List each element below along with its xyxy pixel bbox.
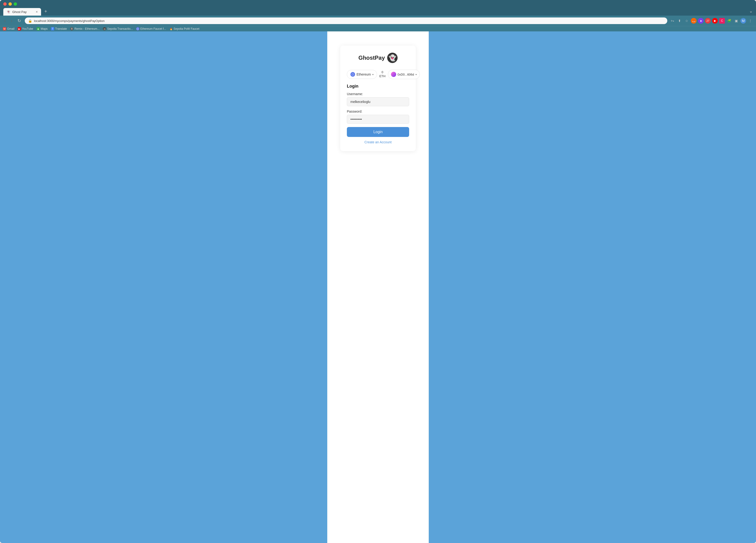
extension-icon-1[interactable]: 🦊: [691, 18, 697, 24]
bookmark-gmail[interactable]: M Gmail: [3, 27, 14, 30]
url-text: localhost:3000/mycomps/payments/ghostPay…: [34, 19, 664, 23]
bookmark-maps[interactable]: ◈ Maps: [37, 27, 48, 30]
username-input[interactable]: [347, 97, 409, 106]
profile-avatar[interactable]: M: [740, 18, 746, 24]
bookmark-remix[interactable]: R Remix - Ethereum...: [70, 27, 100, 30]
app-title-row: GhostPay 👻: [347, 53, 409, 63]
network-label: Ethereum: [357, 72, 371, 76]
close-button[interactable]: [3, 2, 7, 6]
wallet-avatar: [391, 72, 396, 77]
sepolia-pow-favicon: 🔥: [169, 27, 173, 30]
eth-faucet-favicon: ⬡: [136, 27, 139, 30]
password-label: Password:: [347, 109, 409, 113]
bookmarks-bar: M Gmail ▶ YouTube ◈ Maps T Translate R R…: [0, 26, 756, 31]
password-input[interactable]: [347, 115, 409, 124]
white-panel: GhostPay 👻 ⬡ Ethereum ▾ 0 ETH: [327, 31, 429, 543]
bookmark-youtube[interactable]: ▶ YouTube: [18, 27, 33, 30]
key-icon[interactable]: 🗝: [670, 18, 675, 24]
tab-bar: 👻 Ghost Pay × + ⌄: [3, 8, 753, 16]
menu-button[interactable]: ⋮: [748, 18, 753, 24]
tab-close-button[interactable]: ×: [36, 10, 38, 14]
address-bar-row: ‹ › ↻ 🔒 localhost:3000/mycomps/payments/…: [0, 16, 756, 26]
bookmark-remix-label: Remix - Ethereum...: [74, 27, 100, 30]
tab-list-button[interactable]: ⌄: [749, 8, 753, 16]
maps-favicon: ◈: [37, 27, 40, 30]
back-button[interactable]: ‹: [3, 18, 7, 24]
wallet-address: 0xD0...606d: [398, 73, 414, 76]
network-chevron: ▾: [372, 73, 374, 76]
extension-icon-2[interactable]: ◈: [698, 18, 704, 24]
balance-display: 0 ETH: [379, 70, 386, 78]
username-label: Username:: [347, 92, 409, 96]
browser-window: 👻 Ghost Pay × + ⌄ ‹ › ↻ 🔒 localhost:3000…: [0, 0, 756, 543]
balance-currency: ETH: [379, 74, 386, 78]
bookmark-sepolia-tx[interactable]: ◎ Sepolia Transactio...: [103, 27, 133, 30]
maximize-button[interactable]: [14, 2, 17, 6]
share-icon[interactable]: ⬆: [677, 18, 682, 24]
bookmark-translate[interactable]: T Translate: [51, 27, 67, 30]
translate-favicon: T: [51, 27, 54, 30]
lock-icon: 🔒: [28, 19, 32, 23]
address-bar[interactable]: 🔒 localhost:3000/mycomps/payments/ghostP…: [25, 17, 667, 24]
active-tab[interactable]: 👻 Ghost Pay ×: [3, 8, 41, 16]
toolbar-icons: 🗝 ⬆ ☆ 🦊 ◈ 27 ▶ C 🧩 ▣ M ⋮: [670, 18, 753, 24]
minimize-button[interactable]: [8, 2, 12, 6]
bookmark-maps-label: Maps: [41, 27, 48, 30]
title-bar: 👻 Ghost Pay × + ⌄: [0, 0, 756, 16]
page-content: GhostPay 👻 ⬡ Ethereum ▾ 0 ETH: [0, 31, 756, 543]
tab-title: Ghost Pay: [12, 10, 27, 14]
network-row: ⬡ Ethereum ▾ 0 ETH 0xD0...606d ▾: [347, 70, 409, 79]
bookmark-sepolia-pow-label: Sepolia PoW Faucet: [174, 27, 199, 30]
create-account-link[interactable]: Create an Account: [347, 140, 409, 144]
login-title: Login: [347, 84, 409, 89]
bookmark-sepolia-pow[interactable]: 🔥 Sepolia PoW Faucet: [169, 27, 199, 30]
bookmark-eth-faucet[interactable]: ⬡ Ethereum Faucet f...: [136, 27, 166, 30]
bookmark-translate-label: Translate: [55, 27, 67, 30]
ghost-icon: 👻: [387, 53, 398, 63]
bookmark-eth-faucet-label: Ethereum Faucet f...: [140, 27, 166, 30]
remix-favicon: R: [70, 27, 73, 30]
sidebar-icon[interactable]: ▣: [733, 18, 739, 24]
balance-amount: 0: [379, 70, 386, 74]
bookmark-gmail-label: Gmail: [7, 27, 14, 30]
bookmark-youtube-label: YouTube: [22, 27, 33, 30]
new-tab-button[interactable]: +: [42, 9, 50, 16]
login-button[interactable]: Login: [347, 127, 409, 137]
refresh-button[interactable]: ↻: [16, 18, 22, 24]
wallet-selector[interactable]: 0xD0...606d ▾: [388, 70, 420, 79]
tab-favicon: 👻: [7, 10, 10, 14]
ethereum-icon: ⬡: [350, 72, 355, 77]
forward-button[interactable]: ›: [9, 18, 14, 24]
sepolia-tx-favicon: ◎: [103, 27, 106, 30]
gmail-favicon: M: [3, 27, 6, 30]
extension-icon-4[interactable]: ▶: [712, 18, 718, 24]
puzzle-icon[interactable]: 🧩: [726, 18, 732, 24]
wallet-chevron: ▾: [416, 73, 417, 76]
login-form: Login Username: Password: Login Create a…: [347, 84, 409, 144]
network-selector[interactable]: ⬡ Ethereum ▾: [347, 70, 377, 79]
window-controls: [3, 2, 753, 6]
ghostpay-card: GhostPay 👻 ⬡ Ethereum ▾ 0 ETH: [340, 46, 416, 151]
bookmark-sepolia-tx-label: Sepolia Transactio...: [107, 27, 133, 30]
bookmark-icon[interactable]: ☆: [684, 18, 689, 24]
extension-icon-3[interactable]: 27: [705, 18, 711, 24]
app-title: GhostPay: [358, 55, 385, 61]
extension-icon-5[interactable]: C: [719, 18, 725, 24]
youtube-favicon: ▶: [18, 27, 21, 30]
ghost-emoji: 👻: [389, 54, 396, 62]
